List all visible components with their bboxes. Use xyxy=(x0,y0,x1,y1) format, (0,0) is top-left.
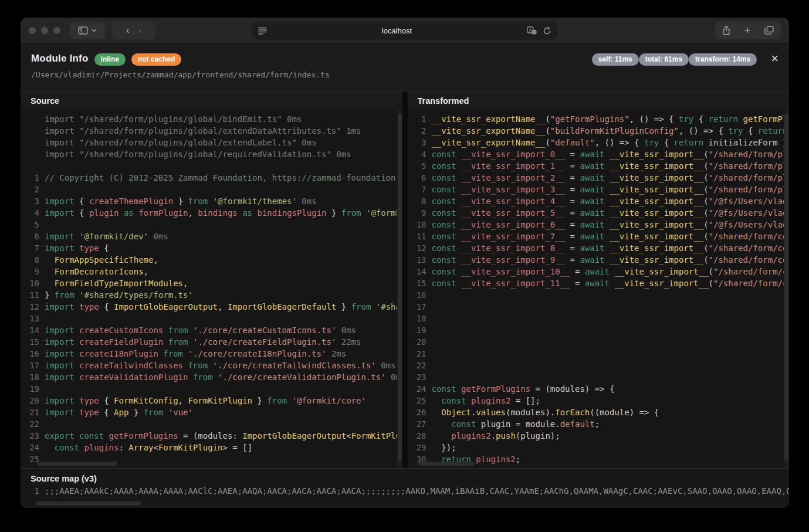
source-panel: Source import "/shared/form/plugins/glob… xyxy=(21,92,402,468)
code-line: 12const __vite_ssr_import_8__ = await __… xyxy=(412,242,790,254)
code-line: 17import createTailwindClasses from './c… xyxy=(25,360,402,371)
minimize-window-button[interactable] xyxy=(41,27,48,34)
status-badge: not cached xyxy=(131,53,181,66)
tab-overview-icon[interactable] xyxy=(764,26,774,35)
code-line: import "/shared/form/plugins/global/bind… xyxy=(25,113,402,125)
sourcemap-code: 1;;;AAEA;AAAkC;AAAA;AAAA;AAAA;AAClC;AAEA… xyxy=(21,485,789,497)
source-vertical-scrollbar[interactable] xyxy=(397,110,402,468)
code-line: import "/shared/form/plugins/global/exte… xyxy=(25,137,402,148)
code-line: 27 const plugin = module.default; xyxy=(412,418,790,430)
code-line: 6const __vite_ssr_import_2__ = await __v… xyxy=(412,172,790,184)
close-window-button[interactable] xyxy=(29,27,36,34)
code-line: 24 const plugins: Array<FormKitPlugin> =… xyxy=(25,442,402,453)
status-badge: inline xyxy=(94,53,126,66)
code-line: 10const __vite_ssr_import_6__ = await __… xyxy=(412,219,790,231)
code-line: 3import { createThemePlugin } from '@for… xyxy=(25,195,402,207)
sourcemap-horizontal-scrollbar[interactable] xyxy=(36,501,141,506)
code-line: 23 xyxy=(412,371,790,383)
transformed-panel-title: Transformed xyxy=(408,92,790,110)
sourcemap-title: Source map (v3) xyxy=(21,469,789,485)
translate-icon[interactable]: A x xyxy=(527,26,537,35)
code-line: import "/shared/form/plugins/global/requ… xyxy=(25,148,402,160)
code-line: 10 FormFieldTypeImportModules, xyxy=(25,277,402,289)
url-text: localhost xyxy=(267,26,527,35)
browser-toolbar: ‹ › localhost A x xyxy=(21,18,789,43)
code-line: import "/shared/form/plugins/global/exte… xyxy=(25,125,402,137)
close-icon[interactable]: × xyxy=(771,52,778,65)
reader-icon[interactable] xyxy=(258,27,267,35)
code-line: 19 xyxy=(25,383,402,395)
code-line: 21 xyxy=(412,348,790,360)
code-line: 24const getFormPlugins = (modules) => { xyxy=(412,383,790,395)
code-line: 16import createI18nPlugin from './core/c… xyxy=(25,348,402,360)
transformed-vertical-scrollbar[interactable] xyxy=(784,110,789,468)
nav-divider xyxy=(134,26,134,35)
code-line: 4import { plugin as formPlugin, bindings… xyxy=(25,207,402,219)
new-tab-button[interactable]: + xyxy=(744,25,750,36)
share-icon[interactable] xyxy=(722,26,730,35)
code-line: 3__vite_ssr_exportName__("default", () =… xyxy=(412,137,790,148)
sidebar-icon xyxy=(78,26,88,35)
code-line: 20 xyxy=(412,336,790,348)
code-line xyxy=(25,160,402,172)
address-bar[interactable]: localhost A x xyxy=(252,21,557,40)
code-line: 19 xyxy=(412,324,790,336)
metric-pill: total: 61ms xyxy=(639,53,689,66)
transformed-horizontal-scrollbar[interactable] xyxy=(418,462,475,466)
module-badges: inlinenot cached xyxy=(89,53,182,64)
code-line: 29 }); xyxy=(412,442,790,453)
code-line: 1__vite_ssr_exportName__("getFormPlugins… xyxy=(412,113,790,125)
code-line: 1// Copyright (C) 2012-2025 Zammad Found… xyxy=(25,172,402,184)
sidebar-toggle-button[interactable] xyxy=(70,22,105,39)
code-line: 14import createCustomIcons from './core/… xyxy=(25,324,402,336)
zoom-window-button[interactable] xyxy=(53,27,60,34)
toolbar-right-actions: + xyxy=(715,22,781,39)
code-line: 26 Object.values(modules).forEach((modul… xyxy=(412,406,790,418)
reload-icon[interactable] xyxy=(543,26,551,35)
code-line: 18import createValidationPlugin from './… xyxy=(25,371,402,383)
code-line: 11const __vite_ssr_import_7__ = await __… xyxy=(412,231,790,242)
page-title: Module Info xyxy=(31,53,89,65)
transformed-code: 1__vite_ssr_exportName__("getFormPlugins… xyxy=(408,110,790,468)
code-line: 13 xyxy=(25,313,402,324)
code-line: 2 xyxy=(25,184,402,195)
metric-pill: transform: 14ms xyxy=(689,53,757,66)
code-line: 13const __vite_ssr_import_9__ = await __… xyxy=(412,254,790,266)
code-line: 6import '@formkit/dev' 0ms xyxy=(25,231,402,242)
code-line: 14const __vite_ssr_import_10__ = await _… xyxy=(412,266,790,277)
navigation-buttons: ‹ › xyxy=(112,22,155,39)
code-line: 9 FormDecoratorIcons, xyxy=(25,266,402,277)
code-line: 8 FormAppSpecificTheme, xyxy=(25,254,402,266)
source-horizontal-scrollbar[interactable] xyxy=(36,462,117,466)
code-line: 5 xyxy=(25,219,402,231)
code-line: 9const __vite_ssr_import_5__ = await __v… xyxy=(412,207,790,219)
code-line: 23export const getFormPlugins = (modules… xyxy=(25,430,402,442)
sourcemap-section: Source map (v3) 1;;;AAEA;AAAkC;AAAA;AAAA… xyxy=(21,468,789,507)
code-line: 20import type { FormKitConfig, FormKitPl… xyxy=(25,395,402,406)
code-line: 16 xyxy=(412,289,790,301)
chevron-down-icon xyxy=(92,29,97,32)
metric-pill: self: 11ms xyxy=(592,53,639,66)
source-code: import "/shared/form/plugins/global/bind… xyxy=(21,110,402,468)
code-line: 22 xyxy=(412,360,790,371)
code-line: 7import type { xyxy=(25,242,402,254)
back-button[interactable]: ‹ xyxy=(126,25,130,35)
module-info-header: Module Info inlinenot cached self: 11mst… xyxy=(21,43,789,91)
code-panels: Source import "/shared/form/plugins/glob… xyxy=(21,91,789,468)
code-line: 7const __vite_ssr_import_3__ = await __v… xyxy=(412,184,790,195)
code-line: 12import type { ImportGlobEagerOutput, I… xyxy=(25,301,402,313)
code-line: 22 xyxy=(25,418,402,430)
code-line: 15import createFieldPlugin from './core/… xyxy=(25,336,402,348)
forward-button[interactable]: › xyxy=(138,25,142,35)
code-line: 4const __vite_ssr_import_0__ = await __v… xyxy=(412,148,790,160)
code-line: 8const __vite_ssr_import_4__ = await __v… xyxy=(412,195,790,207)
code-line: 11} from '#shared/types/form.ts' xyxy=(25,289,402,301)
source-panel-title: Source xyxy=(21,92,402,110)
code-line: 18 xyxy=(412,313,790,324)
code-line: 25 const plugins2 = []; xyxy=(412,395,790,406)
svg-text:A: A xyxy=(529,28,532,33)
code-line: 15const __vite_ssr_import_11__ = await _… xyxy=(412,277,790,289)
code-line: 5const __vite_ssr_import_1__ = await __v… xyxy=(412,160,790,172)
module-file-path: /Users/vladimir/Projects/zammad/app/fron… xyxy=(31,70,778,79)
traffic-lights xyxy=(29,27,60,34)
